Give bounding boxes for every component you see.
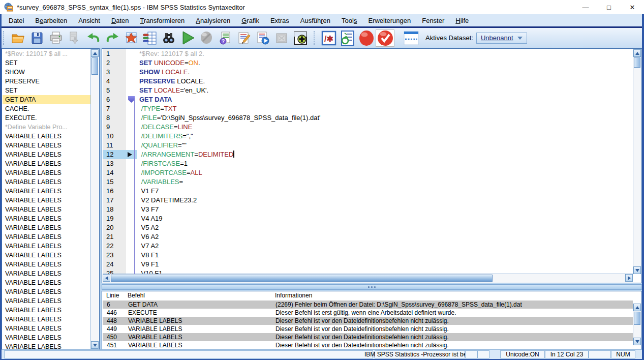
menu-grafik[interactable]: Grafik: [236, 15, 265, 26]
menu-ausfhren[interactable]: Ausführen: [295, 15, 336, 26]
menu-fenster[interactable]: Fenster: [416, 15, 450, 26]
code-line-22[interactable]: 22 V7 A2: [103, 242, 633, 251]
find-icon[interactable]: [159, 29, 178, 47]
code-text[interactable]: /IMPORTCASE=ALL: [137, 168, 202, 177]
gutter-marker-cell[interactable]: [126, 95, 137, 104]
code-text[interactable]: V7 A2: [137, 242, 159, 251]
nav-item-variable-labels[interactable]: VARIABLE LABELS: [3, 150, 91, 159]
code-line-16[interactable]: 16 V1 F7: [103, 187, 633, 196]
code-text[interactable]: /VARIABLES=: [137, 177, 183, 187]
menu-tools[interactable]: Tools: [336, 15, 362, 26]
code-line-13[interactable]: 13 /FIRSTCASE=1: [103, 159, 633, 168]
code-text[interactable]: V1 F7: [137, 187, 159, 196]
nav-item-variable-labels[interactable]: VARIABLE LABELS: [3, 287, 91, 296]
gutter-marker-cell[interactable]: [126, 242, 137, 251]
nav-item-variable-labels[interactable]: VARIABLE LABELS: [3, 223, 91, 232]
sidebar-scroll-thumb[interactable]: [91, 57, 98, 75]
output-row-6[interactable]: 6GET DATA(2269) Fehler beim Öffnen der D…: [103, 301, 633, 309]
menu-bearbeiten[interactable]: Bearbeiten: [29, 15, 73, 26]
menu-transformieren[interactable]: Transformieren: [135, 15, 191, 26]
toggle-breakpoint-icon[interactable]: [376, 29, 394, 47]
code-text[interactable]: /FILE='D:\SgiN_Spss\survey_696878_SPSS_d…: [137, 113, 321, 123]
code-text[interactable]: SET UNICODE=ON.: [137, 58, 200, 68]
code-text[interactable]: /QUALIFIER='"': [137, 141, 187, 150]
stop-icon[interactable]: [197, 29, 216, 47]
nav-item-variable-labels[interactable]: VARIABLE LABELS: [3, 342, 91, 349]
gutter-marker-cell[interactable]: [126, 260, 137, 269]
gutter-marker-cell[interactable]: [126, 104, 137, 113]
code-text[interactable]: V5 A2: [137, 223, 159, 232]
editor-output-splitter[interactable]: [102, 284, 642, 290]
gutter-marker-cell[interactable]: [126, 86, 137, 95]
nav-item-variable-labels[interactable]: VARIABLE LABELS: [3, 306, 91, 315]
output-row-446[interactable]: 446EXECUTEDieser Befehl ist erst gültig,…: [103, 309, 633, 317]
gutter-marker-cell[interactable]: [126, 123, 137, 132]
undo-icon[interactable]: [84, 29, 103, 47]
gutter-marker-cell[interactable]: [126, 49, 137, 58]
toggle-comment-icon[interactable]: /✱: [319, 29, 338, 47]
scroll-up-icon[interactable]: [91, 49, 99, 57]
nav-item-variable-labels[interactable]: VARIABLE LABELS: [3, 315, 91, 324]
gutter-marker-cell[interactable]: [126, 113, 137, 123]
code-text[interactable]: PRESERVE LOCALE.: [137, 77, 205, 86]
gutter-marker-cell[interactable]: [126, 223, 137, 232]
editor-vscroll-thumb[interactable]: [634, 57, 640, 68]
code-line-9[interactable]: 9 /DELCASE=LINE: [103, 123, 633, 132]
gutter-marker-cell[interactable]: [126, 205, 137, 214]
open-file-icon[interactable]: [9, 29, 27, 47]
output-scroll-thumb[interactable]: [634, 312, 640, 325]
menu-extras[interactable]: Extras: [265, 15, 295, 26]
nav-item-rev-121017-all[interactable]: *$Rev: 121017 $ all ...: [3, 49, 91, 58]
gutter-marker-cell[interactable]: [126, 187, 137, 196]
nav-item-define-variable-pro[interactable]: *Define Variable Pro...: [3, 123, 91, 132]
nav-item-variable-labels[interactable]: VARIABLE LABELS: [3, 260, 91, 269]
code-line-14[interactable]: 14 /IMPORTCASE=ALL: [103, 168, 633, 177]
code-text[interactable]: V8 F1: [137, 251, 159, 260]
maximize-button[interactable]: □: [597, 0, 621, 14]
code-line-12[interactable]: 12 /ARRANGEMENT=DELIMITED: [103, 150, 633, 159]
code-text[interactable]: SHOW LOCALE.: [137, 68, 190, 77]
code-text[interactable]: V4 A19: [137, 214, 163, 223]
code-text[interactable]: V6 A2: [137, 232, 159, 242]
output-scrollbar[interactable]: [633, 304, 641, 345]
menu-ansicht[interactable]: Ansicht: [73, 15, 106, 26]
nav-item-set[interactable]: SET: [3, 86, 91, 95]
nav-item-preserve[interactable]: PRESERVE: [3, 77, 91, 86]
nav-item-variable-labels[interactable]: VARIABLE LABELS: [3, 168, 91, 177]
scroll-left-icon[interactable]: [103, 274, 110, 282]
output-row-449[interactable]: 449VARIABLE LABELSDieser Befehl ist vor …: [103, 325, 633, 333]
syntax-help-icon[interactable]: ?: [216, 29, 234, 47]
code-line-2[interactable]: 2SET UNICODE=ON.: [103, 58, 633, 68]
nav-item-execute[interactable]: EXECUTE.: [3, 113, 91, 123]
scroll-right-icon[interactable]: [625, 274, 633, 282]
menu-erweiterungen[interactable]: Erweiterungen: [362, 15, 416, 26]
code-line-6[interactable]: 6GET DATA: [103, 95, 633, 104]
scroll-down-icon[interactable]: [633, 266, 641, 274]
code-line-19[interactable]: 19 V4 A19: [103, 214, 633, 223]
nav-item-variable-labels[interactable]: VARIABLE LABELS: [3, 269, 91, 278]
active-dataset-combobox[interactable]: Unbenannt: [476, 33, 527, 44]
code-text[interactable]: /FIRSTCASE=1: [137, 159, 188, 168]
window-gray-icon[interactable]: [272, 29, 291, 47]
nav-item-variable-labels[interactable]: VARIABLE LABELS: [3, 159, 91, 168]
code-line-1[interactable]: 1*$Rev: 121017 $ all 2.: [103, 49, 633, 58]
menu-datei[interactable]: Datei: [3, 15, 29, 26]
editor-hscroll-thumb[interactable]: [111, 275, 493, 282]
gutter-marker-cell[interactable]: [126, 214, 137, 223]
toolbar-grip[interactable]: [3, 31, 6, 45]
nav-item-variable-labels[interactable]: VARIABLE LABELS: [3, 214, 91, 223]
code-text[interactable]: V2 DATETIME23.2: [137, 196, 197, 205]
menu-analysieren[interactable]: Analysieren: [190, 15, 236, 26]
toolbar-group-grip[interactable]: [314, 31, 317, 45]
code-text[interactable]: /DELCASE=LINE: [137, 123, 192, 132]
code-text[interactable]: GET DATA: [137, 95, 172, 104]
code-text[interactable]: SET LOCALE='en_UK'.: [137, 86, 208, 95]
code-text[interactable]: /ARRANGEMENT=DELIMITED: [137, 150, 234, 159]
gutter-marker-cell[interactable]: [126, 77, 137, 86]
code-text[interactable]: *$Rev: 121017 $ all 2.: [137, 49, 204, 58]
print-preview-icon[interactable]: [65, 29, 84, 47]
validate-syntax-icon[interactable]: [338, 29, 357, 47]
scroll-down-icon[interactable]: [91, 341, 99, 349]
code-line-21[interactable]: 21 V6 A2: [103, 232, 633, 242]
nav-item-variable-labels[interactable]: VARIABLE LABELS: [3, 242, 91, 251]
